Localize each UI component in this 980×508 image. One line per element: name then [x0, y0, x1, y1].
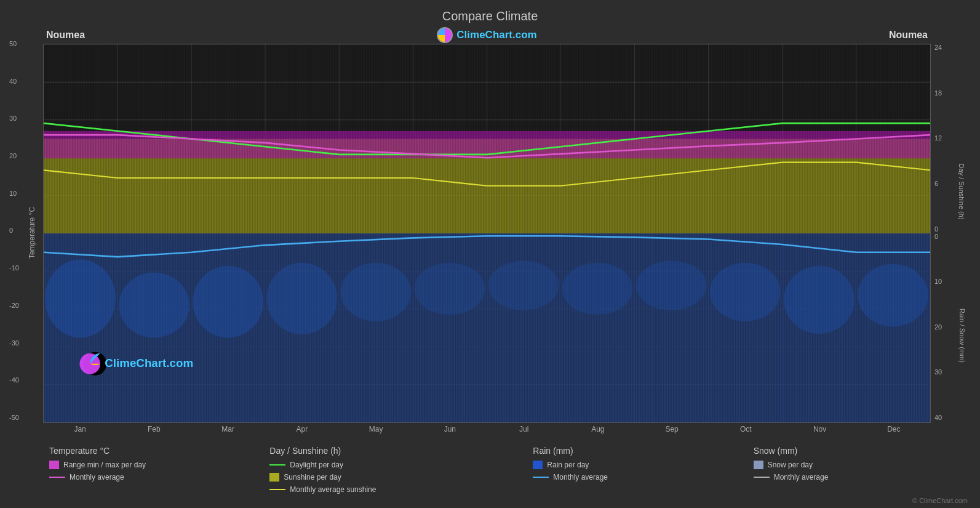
x-label-sep: Sep [635, 425, 709, 438]
legend-swatch-temp-range [49, 461, 59, 469]
y-left-10: 10 [9, 190, 43, 197]
legend-label-sunshine-avg: Monthly average sunshine [290, 485, 376, 494]
legend-title-temp: Temperature °C [49, 446, 263, 456]
legend-title-rain: Rain (mm) [533, 446, 747, 456]
logo-text-right: ClimeChart.com [456, 29, 536, 41]
copyright: © ClimeChart.com [0, 497, 980, 508]
y-left-30: 30 [9, 115, 43, 122]
x-label-oct: Oct [709, 425, 783, 438]
legend-title-snow: Snow (mm) [754, 446, 968, 456]
chart-title: Compare Climate [0, 6, 980, 26]
x-label-mar: Mar [191, 425, 265, 438]
legend-swatch-snow [754, 461, 763, 469]
legend-col-snow: Snow (mm) Snow per day Monthly average [754, 446, 968, 494]
graph-canvas: ClimeChart.com [43, 44, 931, 423]
y-right-6: 6 [934, 180, 971, 187]
legend-label-temp-avg: Monthly average [70, 473, 124, 482]
legend-label-snow: Snow per day [768, 461, 813, 469]
y-left-20: 20 [9, 152, 43, 159]
y-right-12: 12 [934, 134, 971, 142]
svg-point-35 [488, 260, 559, 310]
legend-label-temp-range: Range min / max per day [63, 461, 146, 469]
x-label-jul: Jul [487, 425, 561, 438]
y-left-50: 50 [9, 40, 43, 47]
y-left-n40: -40 [9, 376, 43, 384]
x-label-jun: Jun [413, 425, 487, 438]
svg-point-33 [340, 263, 411, 321]
legend-item-rain: Rain per day [533, 461, 747, 469]
y-left-0: 0 [9, 227, 43, 234]
logo-icon-right [437, 27, 453, 43]
x-label-may: May [339, 425, 413, 438]
x-label-nov: Nov [783, 425, 857, 438]
left-axis-label: Temperature °C [28, 206, 36, 258]
legend-line-temp-avg [49, 477, 65, 478]
legend-line-daylight [269, 464, 285, 466]
legend-item-snow-avg: Monthly average [754, 473, 968, 482]
legend-label-snow-avg: Monthly average [774, 473, 829, 482]
legend-area: Temperature °C Range min / max per day M… [0, 438, 980, 497]
right-axis-bot-label: Rain / Snow (mm) [958, 308, 966, 363]
legend-col-rain: Rain (mm) Rain per day Monthly average [533, 446, 747, 494]
logo-right: ClimeChart.com [437, 27, 536, 43]
y-right-24: 24 [934, 44, 971, 51]
y-left-n50: -50 [9, 414, 43, 421]
legend-item-daylight: Daylight per day [269, 461, 527, 469]
legend-item-sunshine: Sunshine per day [269, 473, 527, 482]
legend-label-rain: Rain per day [547, 461, 589, 469]
location-left: Noumea [46, 30, 85, 41]
x-label-apr: Apr [265, 425, 339, 438]
svg-point-37 [636, 260, 707, 310]
legend-swatch-rain [533, 461, 543, 469]
legend-label-sunshine: Sunshine per day [284, 473, 341, 482]
legend-swatch-sunshine [269, 473, 279, 482]
legend-label-daylight: Daylight per day [290, 461, 343, 469]
x-label-jan: Jan [43, 425, 117, 438]
svg-point-29 [45, 259, 116, 337]
x-axis: Jan Feb Mar Apr May Jun Jul Aug Sep Oct … [43, 423, 931, 438]
legend-title-sunshine: Day / Sunshine (h) [269, 446, 527, 456]
y-right-18: 18 [934, 89, 971, 97]
legend-col-temp: Temperature °C Range min / max per day M… [49, 446, 263, 494]
y-left-n10: -10 [9, 264, 43, 272]
y-right-r10: 10 [934, 278, 971, 285]
svg-point-40 [858, 264, 928, 327]
svg-point-36 [562, 263, 633, 315]
legend-item-sunshine-avg: Monthly average sunshine [269, 485, 527, 494]
legend-line-snow-avg [754, 477, 770, 478]
y-right-0-bot: 0 [934, 233, 971, 240]
right-axis-top-label: Day / Sunshine (h) [957, 163, 965, 219]
x-label-dec: Dec [857, 425, 931, 438]
legend-label-rain-avg: Monthly average [553, 473, 608, 482]
legend-item-temp-range: Range min / max per day [49, 461, 263, 469]
y-right-0-top: 0 [934, 225, 971, 233]
legend-item-rain-avg: Monthly average [533, 473, 747, 482]
chart-svg: ClimeChart.com [44, 44, 930, 422]
y-left-n30: -30 [9, 339, 43, 347]
svg-point-38 [710, 263, 781, 321]
legend-item-snow: Snow per day [754, 461, 968, 469]
svg-point-32 [266, 263, 337, 334]
legend-col-sunshine: Day / Sunshine (h) Daylight per day Suns… [269, 446, 527, 494]
main-container: Compare Climate Temperature °C 50 40 30 … [0, 0, 980, 508]
y-left-40: 40 [9, 78, 43, 85]
y-right-r30: 30 [934, 368, 971, 376]
y-left-n20: -20 [9, 302, 43, 309]
svg-point-30 [119, 273, 189, 338]
svg-point-31 [193, 266, 263, 337]
svg-text:ClimeChart.com: ClimeChart.com [105, 357, 193, 369]
x-label-aug: Aug [561, 425, 635, 438]
y-right-r40: 40 [934, 414, 971, 421]
x-label-feb: Feb [117, 425, 191, 438]
legend-item-temp-avg: Monthly average [49, 473, 263, 482]
svg-point-34 [415, 263, 485, 315]
legend-line-rain-avg [533, 477, 549, 478]
svg-point-39 [784, 266, 855, 334]
location-right: Noumea [889, 30, 928, 41]
legend-line-sunshine-avg [269, 489, 285, 490]
